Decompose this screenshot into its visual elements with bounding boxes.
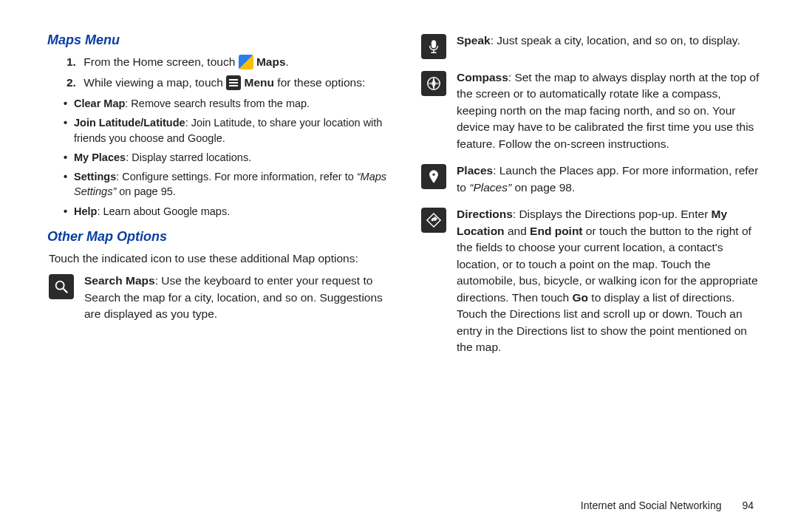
step-2-text: While viewing a map, touch [83,76,226,89]
step-number: 1. [66,55,76,68]
option-places: Places: Launch the Places app. For more … [420,163,763,196]
footer-section: Internet and Social Networking [581,499,722,511]
svg-line-1 [64,289,68,293]
compass-icon [421,71,446,96]
svg-rect-2 [432,41,436,48]
directions-icon [421,208,446,233]
left-column: Maps Menu 1. From the Home screen, touch… [47,30,390,366]
heading-maps-menu: Maps Menu [47,33,390,48]
other-options-intro: Touch the indicated icon to use these ad… [47,250,390,267]
option-search-maps: Search Maps: Use the keyboard to enter y… [47,273,390,322]
manual-page: Maps Menu 1. From the Home screen, touch… [0,0,798,381]
menu-icon [226,75,241,90]
heading-other-options: Other Map Options [47,229,390,245]
opt-my-places: My Places: Display starred locations. [74,150,390,165]
speak-text: Speak: Just speak a city, location, and … [457,33,763,49]
page-number: 94 [742,499,754,511]
search-text: Search Maps: Use the keyboard to enter y… [84,273,390,322]
option-speak: Speak: Just speak a city, location, and … [420,33,763,59]
compass-text: Compass: Set the map to always display n… [457,69,763,152]
svg-rect-9 [427,214,440,227]
step-1-text: From the Home screen, touch [83,55,238,68]
maps-app-icon [239,55,253,69]
opt-join-latitude: Join Latitude/Latitude: Join Latitude, t… [74,115,390,146]
svg-marker-7 [429,82,440,85]
option-compass: Compass: Set the map to always display n… [420,69,763,152]
menu-options-list: Clear Map: Remove search results from th… [47,96,390,219]
svg-point-0 [56,282,64,290]
step-1-bold: Maps [256,55,286,68]
step-number: 2. [66,76,76,89]
step-2-bold: Menu [245,76,274,89]
microphone-icon [421,34,446,59]
right-column: Speak: Just speak a city, location, and … [420,30,763,366]
opt-help: Help: Learn about Google maps. [74,204,390,219]
step-2-suffix: for these options: [277,76,365,89]
step-1: 1. From the Home screen, touch Maps. [77,54,390,70]
directions-text: Directions: Displays the Directions pop-… [457,206,763,355]
step-2: 2. While viewing a map, touch Menu for t… [77,75,390,91]
page-footer: Internet and Social Networking 94 [581,499,754,511]
svg-point-8 [432,173,435,176]
search-icon [49,274,74,299]
opt-settings: Settings: Configure settings. For more i… [74,169,390,200]
places-pin-icon [421,164,446,189]
numbered-steps: 1. From the Home screen, touch Maps. 2. … [47,54,390,92]
option-directions: Directions: Displays the Directions pop-… [420,206,763,355]
opt-clear-map: Clear Map: Remove search results from th… [74,96,390,111]
places-text: Places: Launch the Places app. For more … [457,163,763,196]
